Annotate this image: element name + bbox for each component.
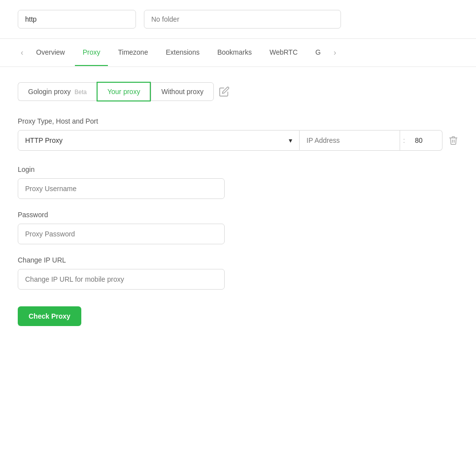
- password-section: Password: [18, 211, 458, 244]
- folder-input[interactable]: [144, 10, 341, 29]
- proxy-selector: Gologin proxy Beta Your proxy Without pr…: [18, 82, 458, 101]
- tab-timezone[interactable]: Timezone: [110, 39, 156, 66]
- proxy-btn-withoutproxy[interactable]: Without proxy: [151, 82, 214, 101]
- login-label: Login: [18, 165, 458, 173]
- tab-extensions[interactable]: Extensions: [158, 39, 207, 66]
- ip-address-input[interactable]: [300, 130, 400, 151]
- username-input[interactable]: [18, 178, 225, 199]
- content-area: Gologin proxy Beta Your proxy Without pr…: [0, 67, 476, 341]
- password-label: Password: [18, 211, 458, 219]
- tab-overview[interactable]: Overview: [28, 39, 72, 66]
- tab-g[interactable]: G: [307, 39, 329, 66]
- delete-proxy-button[interactable]: [448, 135, 458, 145]
- proxy-type-value: HTTP Proxy: [25, 136, 63, 144]
- edit-proxy-icon-btn[interactable]: [219, 86, 230, 97]
- port-separator: :: [400, 130, 408, 151]
- password-input[interactable]: [18, 224, 225, 244]
- change-ip-label: Change IP URL: [18, 256, 458, 264]
- type-input[interactable]: [18, 10, 136, 29]
- proxy-type-arrow: ▾: [289, 136, 292, 144]
- proxy-type-select[interactable]: HTTP Proxy ▾: [18, 130, 300, 151]
- trash-icon: [448, 135, 458, 145]
- proxy-type-label: Proxy Type, Host and Port: [18, 117, 458, 125]
- login-section: Login: [18, 165, 458, 199]
- beta-label: Beta: [74, 89, 87, 96]
- proxy-type-section: Proxy Type, Host and Port HTTP Proxy ▾ :: [18, 117, 458, 151]
- proxy-type-row: HTTP Proxy ▾ :: [18, 130, 458, 151]
- change-ip-input[interactable]: [18, 269, 225, 290]
- tab-next-arrow[interactable]: ›: [331, 39, 339, 66]
- tab-webrtc[interactable]: WebRTC: [262, 39, 306, 66]
- tab-prev-arrow[interactable]: ‹: [18, 39, 26, 66]
- tabs-container: ‹ Overview Proxy Timezone Extensions Boo…: [0, 39, 476, 67]
- tab-bookmarks[interactable]: Bookmarks: [209, 39, 260, 66]
- change-ip-section: Change IP URL: [18, 256, 458, 290]
- check-proxy-button[interactable]: Check Proxy: [18, 306, 81, 326]
- proxy-btn-yourproxy[interactable]: Your proxy: [97, 82, 151, 101]
- proxy-btn-gologin[interactable]: Gologin proxy Beta: [18, 82, 97, 101]
- edit-icon: [219, 86, 230, 97]
- top-bar: [0, 0, 476, 39]
- port-input[interactable]: [408, 130, 442, 151]
- tab-proxy[interactable]: Proxy: [75, 39, 108, 66]
